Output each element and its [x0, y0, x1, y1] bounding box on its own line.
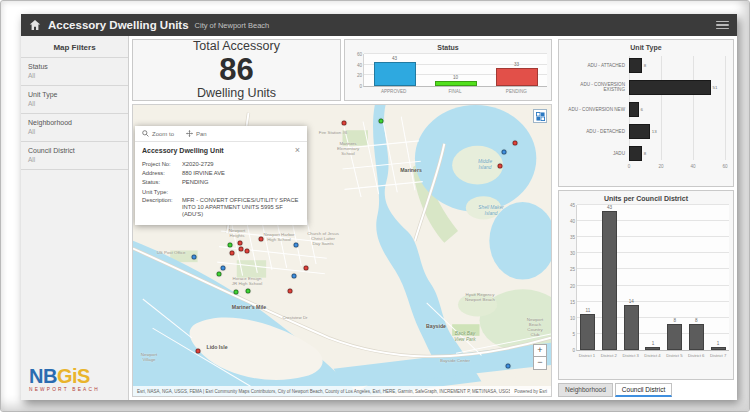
bar-district-2[interactable]	[602, 211, 617, 350]
map-point-red[interactable]	[239, 247, 244, 252]
bar-value-label: 1	[717, 341, 720, 346]
filter-list: StatusAllUnit TypeAllNeighborhoodAllCoun…	[21, 58, 128, 170]
close-icon[interactable]: ×	[295, 147, 300, 154]
bar-district-3[interactable]	[624, 305, 639, 350]
council-chart-title: Units per Council District	[563, 195, 729, 202]
app-header: Accessory Dwelling Units City of Newport…	[21, 14, 737, 36]
bar-value-label: 6	[641, 107, 643, 112]
bar-category-label: ADU - DETACHED	[563, 129, 629, 134]
pan-button[interactable]: Pan	[186, 130, 207, 137]
map-point-blue[interactable]	[221, 266, 226, 271]
x-tick-label: 40	[690, 164, 695, 169]
x-category-label: District 2	[598, 353, 620, 358]
map-point-red[interactable]	[259, 237, 264, 242]
popup-toolbar: Zoom to Pan	[135, 126, 307, 142]
map-point-green[interactable]	[217, 272, 222, 277]
popup-field-value	[182, 189, 300, 195]
bar-category-label: JADU	[563, 151, 629, 156]
bar-value-label: 51	[713, 85, 718, 90]
map-point-green[interactable]	[246, 289, 251, 294]
bar-final[interactable]	[435, 81, 477, 87]
map-point-green[interactable]	[234, 290, 239, 295]
app-window: Accessory Dwelling Units City of Newport…	[21, 14, 737, 400]
bar-value-label: 8	[695, 318, 698, 323]
map-point-green[interactable]	[228, 243, 233, 248]
bar-value-label: 33	[514, 62, 519, 67]
filter-unit-type[interactable]: Unit TypeAll	[21, 86, 128, 114]
bar-approved[interactable]	[374, 62, 416, 86]
map-point-red[interactable]	[238, 241, 243, 246]
map-point-red[interactable]	[245, 249, 250, 254]
filter-value: All	[28, 100, 121, 107]
popup-field-value: PENDING	[182, 179, 300, 186]
popup-field-label: Description:	[142, 197, 182, 219]
bar-district-6[interactable]	[689, 324, 704, 350]
filter-value: All	[28, 72, 121, 79]
tab-neighborhood[interactable]: Neighborhood	[558, 383, 613, 397]
filter-neighborhood[interactable]: NeighborhoodAll	[21, 114, 128, 142]
status-chart-panel: Status 0204060431033APPROVEDFINALPENDING	[344, 39, 552, 101]
unit-type-chart-title: Unit Type	[563, 44, 729, 51]
menu-icon[interactable]	[716, 19, 729, 32]
bar-adu-conversion-new[interactable]	[629, 102, 639, 117]
map-zoom-control: + −	[533, 344, 547, 370]
bar-jadu[interactable]	[629, 146, 642, 161]
filter-value: All	[28, 128, 121, 135]
y-tick-label: 0	[564, 348, 575, 353]
map-point-blue[interactable]	[292, 274, 297, 279]
popup-field-address: Address:880 IRVINE AVE	[142, 170, 300, 177]
unit-type-row: ADU - CONVERSION NEW6	[563, 98, 729, 120]
filter-status[interactable]: StatusAll	[21, 58, 128, 86]
bar-district-4[interactable]	[645, 347, 660, 350]
pan-icon	[186, 130, 193, 137]
tab-council-district[interactable]: Council District	[615, 383, 672, 397]
map-point-red[interactable]	[288, 289, 293, 294]
bar-adu-attached[interactable]	[629, 58, 642, 73]
y-tick-label: 30	[564, 251, 575, 256]
bar-category-label: ADU - CONVERSION EXISTING	[563, 82, 629, 92]
bar-district-5[interactable]	[667, 324, 682, 350]
sidebar-title: Map Filters	[21, 36, 128, 58]
map-point-blue[interactable]	[506, 364, 511, 369]
zoom-out-button[interactable]: −	[533, 357, 547, 370]
council-chart-panel: Units per Council District 0510152025303…	[558, 190, 734, 380]
basemap-toggle-button[interactable]	[533, 109, 547, 123]
pan-label: Pan	[196, 131, 207, 137]
map-point-red[interactable]	[196, 349, 201, 354]
map-point-red[interactable]	[230, 251, 235, 256]
map-point-red[interactable]	[513, 141, 518, 146]
map-point-red[interactable]	[342, 121, 347, 126]
powered-by-esri: Powered by Esri	[510, 389, 551, 394]
bar-category-label: ADU - CONVERSION NEW	[563, 107, 629, 112]
filter-council-district[interactable]: Council DistrictAll	[21, 142, 128, 170]
bar-adu-detached[interactable]	[629, 124, 650, 139]
map-point-blue[interactable]	[502, 150, 507, 155]
logo-text: NBGiS	[29, 366, 120, 386]
bar-adu-conversion-existing[interactable]	[629, 80, 711, 95]
x-category-label: PENDING	[486, 89, 547, 94]
bar-district-7[interactable]	[711, 347, 726, 350]
popup-field-unit-type: Unit Type:	[142, 189, 300, 195]
bar-pending[interactable]	[496, 68, 538, 86]
y-tick-label: 40	[564, 219, 575, 224]
unit-type-row: JADU8	[563, 142, 729, 164]
map-attribution: Esri, NASA, NGA, USGS, FEMA | Esri Commu…	[133, 386, 551, 396]
popup-field-label: Unit Type:	[142, 189, 182, 195]
bar-district-1[interactable]	[580, 314, 595, 350]
zoom-to-button[interactable]: Zoom to	[142, 130, 174, 137]
filter-label: Neighborhood	[28, 119, 121, 126]
map-point-blue[interactable]	[192, 255, 197, 260]
chart-plot-area: 0510152025303540451143141881	[576, 205, 729, 351]
map-point-blue[interactable]	[294, 243, 299, 248]
zoom-in-button[interactable]: +	[533, 344, 547, 357]
map[interactable]: Fire Station #6Mariners Elementary Schoo…	[132, 104, 552, 397]
popup-field-status: Status:PENDING	[142, 179, 300, 186]
y-tick-label: 45	[564, 203, 575, 208]
home-icon	[29, 19, 41, 31]
map-point-red[interactable]	[498, 164, 503, 169]
x-tick-label: 60	[722, 164, 727, 169]
unit-type-row: ADU - ATTACHED8	[563, 54, 729, 76]
map-point-green[interactable]	[379, 119, 384, 124]
bar-value-label: 11	[585, 308, 590, 313]
map-point-red[interactable]	[304, 266, 309, 271]
